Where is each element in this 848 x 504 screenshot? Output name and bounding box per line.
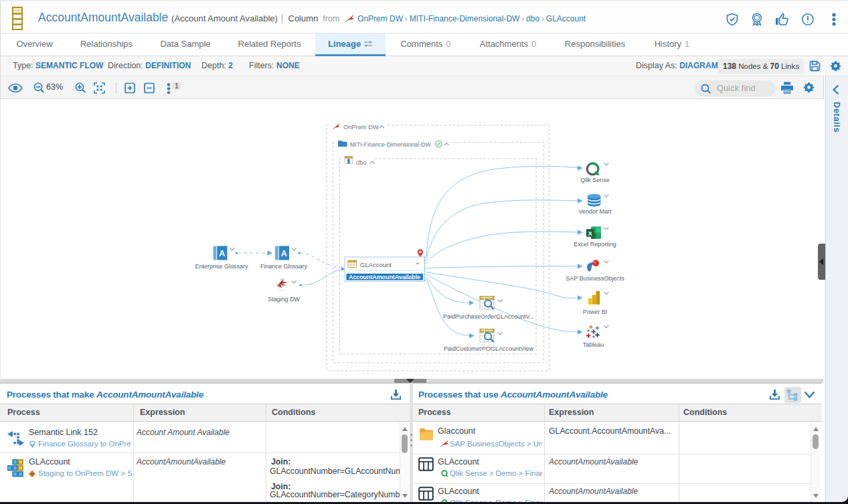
svg-text:Tableau: Tableau — [583, 341, 604, 348]
svg-text:Excel Reporting: Excel Reporting — [574, 241, 616, 248]
svg-text:Power BI: Power BI — [583, 309, 608, 315]
svg-text:MITI-Finance-Dimensional-DW: MITI-Finance-Dimensional-DW — [350, 141, 431, 148]
svg-text:A: A — [219, 249, 225, 258]
svg-text:1: 1 — [175, 82, 179, 90]
svg-text:PaidCustomerPOGLAccountView: PaidCustomerPOGLAccountView — [444, 345, 533, 352]
svg-text:SAP BusinessObjects: SAP BusinessObjects — [566, 275, 624, 282]
svg-text:Enterprise Glossary: Enterprise Glossary — [195, 263, 248, 270]
svg-text:GLAccount: GLAccount — [360, 261, 392, 268]
svg-text:OnPrem DW: OnPrem DW — [343, 124, 379, 131]
svg-text:Staging DW: Staging DW — [268, 296, 301, 303]
svg-text:dbo: dbo — [356, 159, 367, 166]
svg-text:X: X — [588, 230, 593, 237]
svg-text:Finance Glossary: Finance Glossary — [260, 263, 308, 270]
svg-text:A: A — [281, 249, 287, 258]
svg-text:Qlik Sense: Qlik Sense — [580, 177, 610, 183]
svg-text:PaidPurchaseOrderGLAccountV...: PaidPurchaseOrderGLAccountV... — [443, 313, 534, 320]
svg-text:Vendor Mart: Vendor Mart — [578, 208, 612, 215]
svg-text:AccountAmountAvailable: AccountAmountAvailable — [349, 274, 420, 280]
